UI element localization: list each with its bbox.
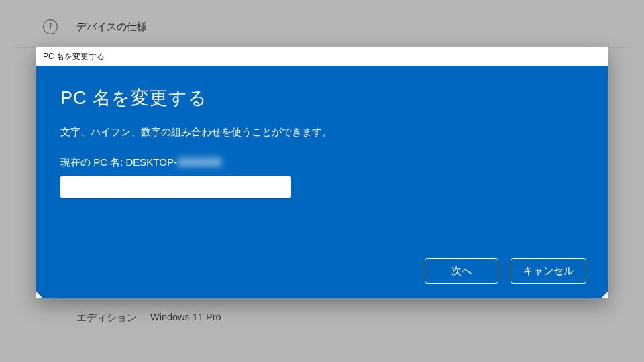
dialog-button-row: 次へ キャンセル (425, 258, 586, 284)
corner-decoration (601, 292, 608, 298)
dialog-window-title: PC 名を変更する (43, 52, 105, 61)
current-pc-name-obscured: XXXXXX (177, 156, 223, 168)
next-button[interactable]: 次へ (425, 258, 498, 284)
dialog-titlebar: PC 名を変更する (36, 47, 608, 66)
cancel-button[interactable]: キャンセル (511, 258, 586, 284)
current-pc-name-line: 現在の PC 名: DESKTOP-XXXXXX (60, 156, 584, 169)
dialog-description: 文字、ハイフン、数字の組み合わせを使うことができます。 (60, 126, 584, 139)
current-pc-name-visible: DESKTOP- (126, 156, 177, 168)
pc-name-input[interactable] (60, 176, 291, 198)
dialog-body: PC 名を変更する 文字、ハイフン、数字の組み合わせを使うことができます。 現在… (36, 66, 608, 298)
corner-decoration (36, 292, 43, 298)
current-pc-name-prefix: 現在の PC 名: (60, 156, 126, 168)
rename-pc-dialog: PC 名を変更する PC 名を変更する 文字、ハイフン、数字の組み合わせを使うこ… (36, 47, 608, 298)
dialog-heading: PC 名を変更する (60, 86, 584, 110)
